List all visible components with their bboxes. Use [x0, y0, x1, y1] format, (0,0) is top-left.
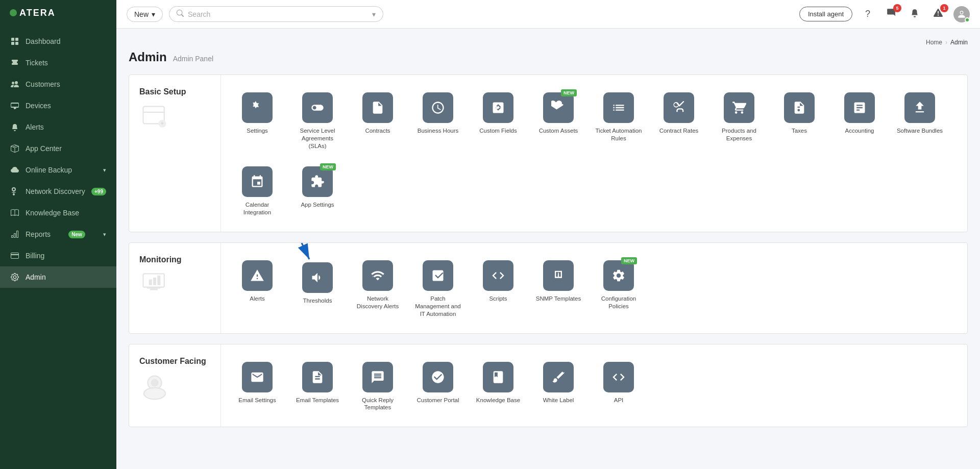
alerts-monitoring-label: Alerts — [250, 295, 264, 303]
admin-item-settings[interactable]: Settings — [229, 85, 285, 140]
sidebar-logo[interactable]: ATERA — [0, 0, 116, 29]
logo-text: ATERA — [8, 6, 54, 23]
admin-item-email-settings[interactable]: Email Settings — [229, 355, 285, 409]
alert-button[interactable]: 1 — [930, 6, 946, 22]
notification-button[interactable] — [906, 6, 923, 22]
search-icon — [177, 10, 184, 18]
white-label-icon — [543, 362, 574, 392]
admin-item-taxes[interactable]: Taxes — [771, 85, 827, 140]
business-hours-item-label: Business Hours — [418, 127, 459, 135]
admin-item-white-label[interactable]: White Label — [530, 355, 586, 409]
sidebar-label-devices: Devices — [26, 102, 51, 110]
sidebar-item-reports[interactable]: Reports New ▾ — [0, 224, 116, 245]
admin-item-custom-fields[interactable]: Custom Fields — [470, 85, 526, 140]
configuration-policies-new-badge: NEW — [621, 257, 637, 264]
network-icon — [10, 187, 19, 196]
search-bar[interactable]: Search ▾ — [169, 6, 383, 22]
admin-item-accounting[interactable]: Accounting — [831, 85, 888, 140]
svg-rect-2 — [11, 38, 14, 41]
admin-item-configuration-policies[interactable]: NEW Configuration Policies — [591, 253, 647, 315]
admin-item-network-discovery-alerts[interactable]: Network Discovery Alerts — [350, 253, 406, 315]
sidebar-item-app-center[interactable]: App Center — [0, 138, 116, 159]
sidebar-item-admin[interactable]: Admin — [0, 266, 116, 288]
admin-item-knowledge-base-admin[interactable]: Knowledge Base — [470, 355, 526, 409]
calendar-integration-item-label: Calendar Integration — [233, 201, 281, 216]
settings-item-icon — [242, 92, 273, 123]
breadcrumb: Home › Admin — [129, 39, 968, 46]
app-settings-item-icon: NEW — [302, 166, 333, 197]
admin-item-api[interactable]: API — [591, 355, 647, 409]
notification-icon — [910, 8, 919, 20]
users-icon — [10, 80, 19, 89]
network-discovery-badge: +99 — [91, 188, 106, 195]
admin-item-software-bundles[interactable]: Software Bundles — [892, 85, 948, 140]
api-icon — [603, 362, 634, 392]
admin-item-alerts-monitoring[interactable]: Alerts — [229, 253, 285, 308]
new-button[interactable]: New ▾ — [127, 7, 163, 22]
sidebar-label-network-discovery: Network Discovery — [26, 187, 85, 195]
sidebar-item-online-backup[interactable]: Online Backup ▾ — [0, 159, 116, 181]
svg-point-10 — [255, 103, 257, 106]
admin-item-business-hours[interactable]: Business Hours — [410, 85, 466, 140]
section-label-customer-facing: Customer Facing — [129, 344, 221, 427]
breadcrumb-home[interactable]: Home — [926, 39, 942, 46]
admin-item-snmp-templates[interactable]: SNMP Templates — [530, 253, 586, 308]
patch-management-label: Patch Management and IT Automation — [414, 295, 462, 318]
ticket-automation-item-label: Ticket Automation Rules — [595, 127, 643, 142]
snmp-templates-icon — [543, 260, 574, 291]
admin-item-sla[interactable]: Service Level Agreements (SLAs) — [289, 85, 346, 155]
sidebar-item-billing[interactable]: Billing — [0, 245, 116, 266]
scripts-icon — [483, 260, 513, 291]
admin-item-app-settings[interactable]: NEW App Settings — [289, 159, 346, 214]
business-hours-item-icon — [423, 92, 453, 123]
email-settings-label: Email Settings — [238, 397, 276, 404]
section-basic-setup: Basic Setup + Settings — [129, 75, 968, 232]
calendar-integration-item-icon — [242, 166, 273, 197]
chat-button[interactable]: 5 — [883, 6, 899, 22]
admin-item-thresholds[interactable]: Thresholds — [289, 255, 346, 310]
admin-item-contracts[interactable]: Contracts — [350, 85, 406, 140]
admin-item-scripts[interactable]: Scripts — [470, 253, 526, 308]
section-items-customer-facing: Email Settings Email Templates Quick Rep… — [221, 344, 967, 427]
sidebar-item-customers[interactable]: Customers — [0, 73, 116, 95]
user-avatar[interactable] — [953, 6, 970, 22]
svg-rect-12 — [147, 287, 160, 288]
section-items-basic-setup: Settings Service Level Agreements (SLAs)… — [221, 75, 967, 232]
svg-rect-16 — [157, 276, 160, 285]
sidebar-item-tickets[interactable]: Tickets — [0, 52, 116, 73]
sidebar-label-knowledge-base: Knowledge Base — [26, 209, 79, 217]
admin-item-custom-assets[interactable]: NEW Custom Assets — [530, 85, 586, 140]
svg-point-20 — [144, 387, 165, 399]
customer-portal-label: Customer Portal — [416, 397, 459, 404]
admin-item-patch-management[interactable]: Patch Management and IT Automation — [410, 253, 466, 323]
sidebar-nav: Dashboard Tickets Customers Devices — [0, 29, 116, 469]
avatar-online-indicator — [965, 17, 970, 22]
install-agent-button[interactable]: Install agent — [799, 7, 852, 21]
ticket-icon — [10, 58, 19, 67]
section-label-monitoring: Monitoring — [129, 243, 221, 333]
admin-item-contract-rates[interactable]: Contract Rates — [651, 85, 707, 140]
admin-item-calendar-integration[interactable]: Calendar Integration — [229, 159, 285, 221]
sidebar-item-devices[interactable]: Devices — [0, 95, 116, 116]
svg-text:ATERA: ATERA — [19, 8, 54, 18]
admin-item-customer-portal[interactable]: Customer Portal — [410, 355, 466, 409]
admin-item-ticket-automation[interactable]: Ticket Automation Rules — [591, 85, 647, 147]
quick-reply-icon — [362, 362, 393, 392]
settings-item-label: Settings — [247, 127, 268, 135]
admin-item-products-expenses[interactable]: Products and Expenses — [711, 85, 767, 147]
custom-fields-item-icon — [483, 92, 513, 123]
sidebar-item-network-discovery[interactable]: Network Discovery +99 — [0, 181, 116, 202]
section-items-monitoring: Alerts Thresholds Network Discovery Aler… — [221, 243, 967, 333]
thresholds-icon — [302, 262, 333, 293]
admin-item-quick-reply[interactable]: Quick Reply Templates — [350, 355, 406, 417]
help-button[interactable]: ? — [860, 6, 876, 22]
quick-reply-label: Quick Reply Templates — [354, 397, 402, 412]
software-bundles-item-icon — [904, 92, 935, 123]
book-icon — [10, 208, 19, 217]
admin-item-email-templates[interactable]: Email Templates — [289, 355, 346, 409]
section-customer-facing: Customer Facing Email Settings — [129, 344, 968, 428]
sidebar-item-knowledge-base[interactable]: Knowledge Base — [0, 202, 116, 224]
api-label: API — [614, 397, 624, 404]
sidebar-item-dashboard[interactable]: Dashboard — [0, 31, 116, 52]
sidebar-item-alerts[interactable]: Alerts — [0, 116, 116, 138]
